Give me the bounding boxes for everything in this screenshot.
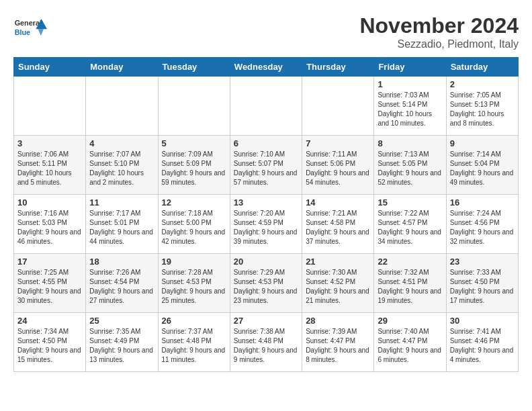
calendar-cell: 17Sunrise: 7:25 AMSunset: 4:55 PMDayligh… xyxy=(14,254,86,313)
calendar-week-3: 10Sunrise: 7:16 AMSunset: 5:03 PMDayligh… xyxy=(14,195,519,254)
svg-marker-3 xyxy=(38,29,44,36)
day-info: Sunrise: 7:40 AMSunset: 4:47 PMDaylight:… xyxy=(378,327,442,365)
day-info: Sunrise: 7:30 AMSunset: 4:52 PMDaylight:… xyxy=(306,268,370,306)
day-info: Sunrise: 7:39 AMSunset: 4:47 PMDaylight:… xyxy=(306,327,370,365)
calendar-cell: 23Sunrise: 7:33 AMSunset: 4:50 PMDayligh… xyxy=(446,254,518,313)
svg-text:General: General xyxy=(15,19,42,27)
day-info: Sunrise: 7:25 AMSunset: 4:55 PMDaylight:… xyxy=(17,268,82,306)
col-header-tuesday: Tuesday xyxy=(158,58,230,77)
day-number: 27 xyxy=(234,316,298,326)
calendar-cell xyxy=(230,77,302,136)
day-info: Sunrise: 7:05 AMSunset: 5:13 PMDaylight:… xyxy=(450,91,515,128)
day-number: 5 xyxy=(162,138,226,148)
col-header-friday: Friday xyxy=(374,58,446,77)
title-block: November 2024 Sezzadio, Piedmont, Italy xyxy=(359,13,519,50)
calendar-cell: 13Sunrise: 7:20 AMSunset: 4:59 PMDayligh… xyxy=(230,195,302,254)
day-info: Sunrise: 7:35 AMSunset: 4:49 PMDaylight:… xyxy=(89,327,154,365)
day-number: 3 xyxy=(17,138,82,148)
day-number: 4 xyxy=(89,138,154,148)
calendar-cell: 9Sunrise: 7:14 AMSunset: 5:04 PMDaylight… xyxy=(446,136,518,195)
day-info: Sunrise: 7:18 AMSunset: 5:00 PMDaylight:… xyxy=(162,209,226,246)
calendar-table: SundayMondayTuesdayWednesdayThursdayFrid… xyxy=(13,57,519,372)
day-number: 26 xyxy=(162,316,226,326)
day-number: 13 xyxy=(234,197,298,208)
calendar-cell: 21Sunrise: 7:30 AMSunset: 4:52 PMDayligh… xyxy=(302,254,374,313)
day-number: 24 xyxy=(17,316,82,326)
calendar-cell: 5Sunrise: 7:09 AMSunset: 5:09 PMDaylight… xyxy=(158,136,230,195)
calendar-cell: 12Sunrise: 7:18 AMSunset: 5:00 PMDayligh… xyxy=(158,195,230,254)
calendar-cell: 19Sunrise: 7:28 AMSunset: 4:53 PMDayligh… xyxy=(158,254,230,313)
day-info: Sunrise: 7:16 AMSunset: 5:03 PMDaylight:… xyxy=(17,209,82,246)
day-number: 28 xyxy=(306,316,370,326)
calendar-cell xyxy=(302,77,374,136)
day-info: Sunrise: 7:03 AMSunset: 5:14 PMDaylight:… xyxy=(378,91,442,128)
calendar-cell: 11Sunrise: 7:17 AMSunset: 5:01 PMDayligh… xyxy=(86,195,158,254)
col-header-sunday: Sunday xyxy=(14,58,86,77)
month-title: November 2024 xyxy=(359,13,519,38)
calendar-header-row: SundayMondayTuesdayWednesdayThursdayFrid… xyxy=(14,58,519,77)
col-header-saturday: Saturday xyxy=(446,58,518,77)
day-number: 20 xyxy=(234,257,298,267)
page-header: General Blue November 2024 Sezzadio, Pie… xyxy=(13,13,519,50)
day-info: Sunrise: 7:13 AMSunset: 5:05 PMDaylight:… xyxy=(378,150,442,187)
day-number: 29 xyxy=(378,316,442,326)
day-number: 18 xyxy=(89,257,154,267)
col-header-monday: Monday xyxy=(86,58,158,77)
calendar-cell: 22Sunrise: 7:32 AMSunset: 4:51 PMDayligh… xyxy=(374,254,446,313)
calendar-week-1: 1Sunrise: 7:03 AMSunset: 5:14 PMDaylight… xyxy=(14,77,519,136)
day-number: 25 xyxy=(89,316,154,326)
calendar-cell: 4Sunrise: 7:07 AMSunset: 5:10 PMDaylight… xyxy=(86,136,158,195)
day-number: 21 xyxy=(306,257,370,267)
day-number: 17 xyxy=(17,257,82,267)
day-info: Sunrise: 7:11 AMSunset: 5:06 PMDaylight:… xyxy=(306,150,370,187)
day-number: 15 xyxy=(378,197,442,208)
calendar-week-4: 17Sunrise: 7:25 AMSunset: 4:55 PMDayligh… xyxy=(14,254,519,313)
calendar-cell: 29Sunrise: 7:40 AMSunset: 4:47 PMDayligh… xyxy=(374,313,446,372)
calendar-cell: 8Sunrise: 7:13 AMSunset: 5:05 PMDaylight… xyxy=(374,136,446,195)
day-number: 11 xyxy=(89,197,154,208)
calendar-cell: 10Sunrise: 7:16 AMSunset: 5:03 PMDayligh… xyxy=(14,195,86,254)
day-number: 8 xyxy=(378,138,442,148)
day-info: Sunrise: 7:34 AMSunset: 4:50 PMDaylight:… xyxy=(17,327,82,365)
calendar-cell: 26Sunrise: 7:37 AMSunset: 4:48 PMDayligh… xyxy=(158,313,230,372)
day-info: Sunrise: 7:17 AMSunset: 5:01 PMDaylight:… xyxy=(89,209,154,246)
day-info: Sunrise: 7:24 AMSunset: 4:56 PMDaylight:… xyxy=(450,209,515,246)
day-info: Sunrise: 7:41 AMSunset: 4:46 PMDaylight:… xyxy=(450,327,515,365)
col-header-thursday: Thursday xyxy=(302,58,374,77)
day-number: 6 xyxy=(234,138,298,148)
calendar-cell: 25Sunrise: 7:35 AMSunset: 4:49 PMDayligh… xyxy=(86,313,158,372)
day-number: 10 xyxy=(17,197,82,208)
day-info: Sunrise: 7:28 AMSunset: 4:53 PMDaylight:… xyxy=(162,268,226,306)
calendar-cell: 7Sunrise: 7:11 AMSunset: 5:06 PMDaylight… xyxy=(302,136,374,195)
day-info: Sunrise: 7:07 AMSunset: 5:10 PMDaylight:… xyxy=(89,150,154,187)
calendar-cell: 24Sunrise: 7:34 AMSunset: 4:50 PMDayligh… xyxy=(14,313,86,372)
day-number: 16 xyxy=(450,197,515,208)
calendar-cell: 28Sunrise: 7:39 AMSunset: 4:47 PMDayligh… xyxy=(302,313,374,372)
calendar-cell: 6Sunrise: 7:10 AMSunset: 5:07 PMDaylight… xyxy=(230,136,302,195)
day-info: Sunrise: 7:29 AMSunset: 4:53 PMDaylight:… xyxy=(234,268,298,306)
day-info: Sunrise: 7:14 AMSunset: 5:04 PMDaylight:… xyxy=(450,150,515,187)
day-info: Sunrise: 7:09 AMSunset: 5:09 PMDaylight:… xyxy=(162,150,226,187)
calendar-cell: 15Sunrise: 7:22 AMSunset: 4:57 PMDayligh… xyxy=(374,195,446,254)
day-info: Sunrise: 7:06 AMSunset: 5:11 PMDaylight:… xyxy=(17,150,82,187)
day-info: Sunrise: 7:22 AMSunset: 4:57 PMDaylight:… xyxy=(378,209,442,246)
calendar-cell: 2Sunrise: 7:05 AMSunset: 5:13 PMDaylight… xyxy=(446,77,518,136)
svg-text:Blue: Blue xyxy=(15,28,30,36)
day-number: 7 xyxy=(306,138,370,148)
day-info: Sunrise: 7:26 AMSunset: 4:54 PMDaylight:… xyxy=(89,268,154,306)
day-number: 2 xyxy=(450,79,515,89)
day-info: Sunrise: 7:20 AMSunset: 4:59 PMDaylight:… xyxy=(234,209,298,246)
day-info: Sunrise: 7:10 AMSunset: 5:07 PMDaylight:… xyxy=(234,150,298,187)
calendar-cell: 27Sunrise: 7:38 AMSunset: 4:48 PMDayligh… xyxy=(230,313,302,372)
day-number: 19 xyxy=(162,257,226,267)
calendar-week-2: 3Sunrise: 7:06 AMSunset: 5:11 PMDaylight… xyxy=(14,136,519,195)
day-number: 9 xyxy=(450,138,515,148)
day-number: 23 xyxy=(450,257,515,267)
calendar-cell xyxy=(86,77,158,136)
logo-icon: General Blue xyxy=(13,13,47,40)
calendar-cell: 16Sunrise: 7:24 AMSunset: 4:56 PMDayligh… xyxy=(446,195,518,254)
day-info: Sunrise: 7:33 AMSunset: 4:50 PMDaylight:… xyxy=(450,268,515,306)
day-number: 30 xyxy=(450,316,515,326)
day-number: 1 xyxy=(378,79,442,89)
calendar-cell: 1Sunrise: 7:03 AMSunset: 5:14 PMDaylight… xyxy=(374,77,446,136)
